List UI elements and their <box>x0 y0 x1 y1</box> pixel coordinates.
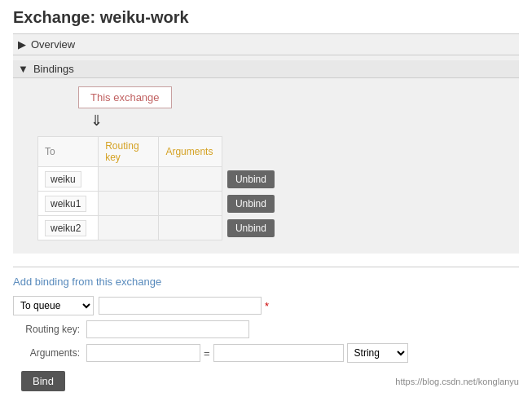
queue-name-label: weiku1 <box>45 196 86 212</box>
arguments-label: Arguments: <box>13 347 86 359</box>
down-arrow-icon: ⇓ <box>90 112 503 130</box>
arguments-row: Arguments: = String Number Boolean <box>13 343 519 363</box>
table-row: weikuUnbind <box>38 167 282 192</box>
cell-arguments <box>159 192 222 216</box>
cell-arguments <box>159 167 222 192</box>
routing-key-row: Routing key: <box>13 320 519 338</box>
col-header-action <box>222 137 281 167</box>
cell-action: Unbind <box>222 167 281 192</box>
cell-routing-key <box>99 167 159 192</box>
routing-key-input[interactable] <box>86 320 249 338</box>
overview-header[interactable]: ▶ Overview <box>13 34 519 55</box>
bindings-content: This exchange ⇓ To Routing key Arguments… <box>13 78 519 249</box>
bindings-arrow: ▼ <box>18 63 29 75</box>
add-binding-section: Add binding from this exchange To queue … <box>13 267 519 391</box>
routing-key-label: Routing key: <box>13 324 86 335</box>
footer-url: https://blog.csdn.net/konglanyu <box>395 377 519 386</box>
queue-name-label: weiku <box>45 171 81 187</box>
to-queue-row: To queue To exchange * <box>13 296 519 315</box>
col-header-to: To <box>38 137 99 167</box>
cell-action: Unbind <box>222 192 281 216</box>
required-star: * <box>265 300 269 312</box>
table-row: weiku1Unbind <box>38 192 282 216</box>
arguments-key-input[interactable] <box>86 344 200 362</box>
to-queue-input[interactable] <box>99 297 262 315</box>
unbind-button[interactable]: Unbind <box>227 195 275 213</box>
cell-arguments <box>159 216 222 240</box>
overview-arrow: ▶ <box>18 38 26 51</box>
page-title: Exchange: weiku-work <box>13 8 519 27</box>
overview-label: Overview <box>31 38 75 51</box>
bindings-section: ▼ Bindings This exchange ⇓ To Routing ke… <box>13 55 519 254</box>
bindings-header[interactable]: ▼ Bindings <box>13 60 519 78</box>
footer-row: Bind https://blog.csdn.net/konglanyu <box>13 371 519 391</box>
queue-name-label: weiku2 <box>45 220 86 236</box>
cell-to: weiku1 <box>38 192 99 216</box>
col-header-arguments: Arguments <box>159 137 222 167</box>
cell-routing-key <box>99 216 159 240</box>
cell-to: weiku2 <box>38 216 99 240</box>
table-row: weiku2Unbind <box>38 216 282 240</box>
equals-sign: = <box>204 347 210 359</box>
cell-routing-key <box>99 192 159 216</box>
unbind-button[interactable]: Unbind <box>227 170 275 188</box>
col-header-routing-key: Routing key <box>99 137 159 167</box>
add-binding-title: Add binding from this exchange <box>13 276 519 288</box>
exchange-box: This exchange <box>78 86 172 108</box>
bindings-table: To Routing key Arguments weikuUnbindweik… <box>37 136 282 240</box>
cell-to: weiku <box>38 167 99 192</box>
cell-action: Unbind <box>222 216 281 240</box>
to-queue-select[interactable]: To queue To exchange <box>13 296 94 315</box>
unbind-button[interactable]: Unbind <box>227 219 275 237</box>
arguments-value-input[interactable] <box>213 344 344 362</box>
bind-button[interactable]: Bind <box>21 371 65 391</box>
bindings-label: Bindings <box>33 63 74 75</box>
overview-section: ▶ Overview <box>13 33 519 55</box>
args-type-select[interactable]: String Number Boolean <box>347 343 408 363</box>
